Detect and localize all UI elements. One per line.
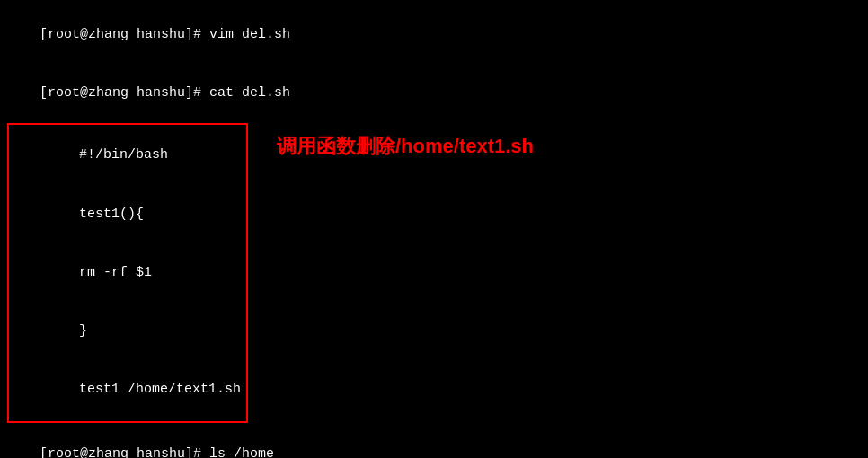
prompt-1: [root@zhang hanshu]# vim del.sh [40, 27, 290, 42]
line-1: [root@zhang hanshu]# vim del.sh [7, 5, 861, 64]
line-ls-home: [root@zhang hanshu]# ls /home [7, 425, 861, 458]
terminal: [root@zhang hanshu]# vim del.sh [root@zh… [0, 0, 868, 458]
annotation-delete: 调用函数删除/home/text1.sh [277, 132, 534, 161]
prompt-2: [root@zhang hanshu]# cat del.sh [40, 85, 290, 101]
code-line-3: rm -rf $1 [14, 243, 241, 302]
code-line-1: #!/bin/bash [14, 127, 241, 185]
code-line-5: test1 /home/text1.sh [14, 361, 241, 419]
code-line-4: } [14, 302, 241, 360]
code-line-2: test1(){ [14, 185, 241, 243]
line-2: [root@zhang hanshu]# cat del.sh [7, 64, 861, 122]
